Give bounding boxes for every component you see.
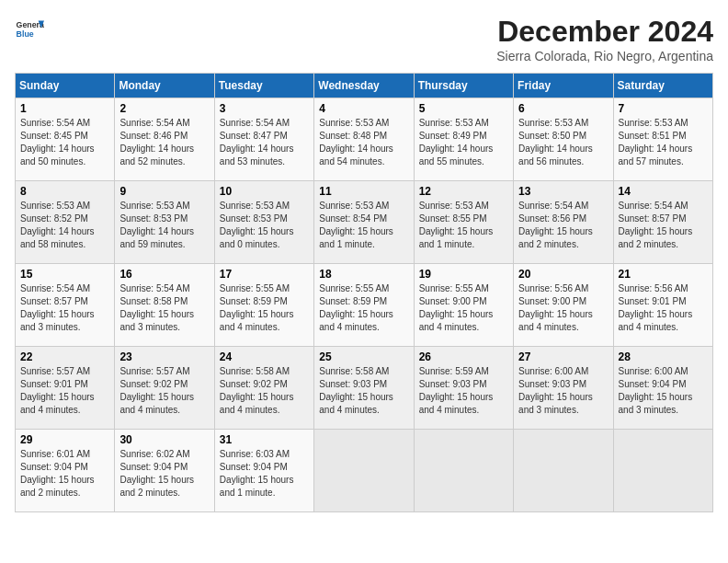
day-cell: 23Sunrise: 5:57 AM Sunset: 9:02 PM Dayli… (115, 347, 214, 430)
col-header-sunday: Sunday (16, 74, 115, 98)
day-cell: 18Sunrise: 5:55 AM Sunset: 8:59 PM Dayli… (314, 264, 414, 347)
day-cell: 29Sunrise: 6:01 AM Sunset: 9:04 PM Dayli… (16, 430, 115, 512)
day-cell: 17Sunrise: 5:55 AM Sunset: 8:59 PM Dayli… (214, 264, 313, 347)
calendar-header: SundayMondayTuesdayWednesdayThursdayFrid… (16, 74, 713, 98)
day-number: 13 (518, 185, 608, 198)
day-number: 19 (419, 268, 508, 281)
day-info: Sunrise: 5:53 AM Sunset: 8:53 PM Dayligh… (119, 200, 209, 251)
day-number: 26 (419, 350, 508, 363)
day-info: Sunrise: 5:59 AM Sunset: 9:03 PM Dayligh… (419, 365, 508, 417)
week-row-2: 8Sunrise: 5:53 AM Sunset: 8:52 PM Daylig… (16, 181, 713, 264)
day-info: Sunrise: 5:55 AM Sunset: 9:00 PM Dayligh… (419, 282, 508, 334)
day-info: Sunrise: 6:03 AM Sunset: 9:04 PM Dayligh… (220, 448, 309, 500)
day-number: 24 (220, 350, 309, 363)
day-number: 4 (319, 102, 408, 115)
day-info: Sunrise: 5:53 AM Sunset: 8:48 PM Dayligh… (319, 117, 408, 168)
header-row: SundayMondayTuesdayWednesdayThursdayFrid… (16, 74, 713, 98)
day-info: Sunrise: 5:54 AM Sunset: 8:46 PM Dayligh… (119, 117, 209, 168)
day-cell: 11Sunrise: 5:53 AM Sunset: 8:54 PM Dayli… (314, 181, 414, 264)
day-cell: 27Sunrise: 6:00 AM Sunset: 9:03 PM Dayli… (514, 347, 613, 430)
day-cell: 26Sunrise: 5:59 AM Sunset: 9:03 PM Dayli… (414, 347, 513, 430)
calendar-body: 1Sunrise: 5:54 AM Sunset: 8:45 PM Daylig… (16, 98, 713, 512)
day-cell: 19Sunrise: 5:55 AM Sunset: 9:00 PM Dayli… (414, 264, 513, 347)
day-number: 6 (518, 102, 608, 115)
day-number: 25 (319, 350, 408, 363)
day-cell: 4Sunrise: 5:53 AM Sunset: 8:48 PM Daylig… (314, 98, 414, 181)
day-info: Sunrise: 5:53 AM Sunset: 8:50 PM Dayligh… (518, 117, 608, 168)
calendar-title: December 2024 (496, 15, 713, 49)
day-cell: 7Sunrise: 5:53 AM Sunset: 8:51 PM Daylig… (613, 98, 712, 181)
day-info: Sunrise: 5:56 AM Sunset: 9:00 PM Dayligh… (518, 282, 608, 334)
day-info: Sunrise: 5:54 AM Sunset: 8:45 PM Dayligh… (20, 117, 109, 168)
day-number: 7 (619, 102, 708, 115)
day-info: Sunrise: 5:55 AM Sunset: 8:59 PM Dayligh… (220, 282, 309, 334)
logo: General Blue (15, 15, 44, 44)
day-number: 12 (419, 185, 508, 198)
day-info: Sunrise: 6:01 AM Sunset: 9:04 PM Dayligh… (20, 448, 109, 500)
day-number: 20 (518, 268, 608, 281)
col-header-saturday: Saturday (613, 74, 712, 98)
day-number: 31 (220, 433, 309, 446)
day-cell: 3Sunrise: 5:54 AM Sunset: 8:47 PM Daylig… (214, 98, 313, 181)
day-info: Sunrise: 5:53 AM Sunset: 8:52 PM Dayligh… (20, 200, 109, 251)
day-number: 23 (119, 350, 209, 363)
day-info: Sunrise: 5:53 AM Sunset: 8:54 PM Dayligh… (319, 200, 408, 251)
day-number: 27 (518, 350, 608, 363)
week-row-5: 29Sunrise: 6:01 AM Sunset: 9:04 PM Dayli… (16, 430, 713, 512)
day-info: Sunrise: 5:58 AM Sunset: 9:03 PM Dayligh… (319, 365, 408, 417)
day-info: Sunrise: 5:54 AM Sunset: 8:47 PM Dayligh… (220, 117, 309, 168)
day-cell: 12Sunrise: 5:53 AM Sunset: 8:55 PM Dayli… (414, 181, 513, 264)
day-cell: 10Sunrise: 5:53 AM Sunset: 8:53 PM Dayli… (214, 181, 313, 264)
day-cell: 15Sunrise: 5:54 AM Sunset: 8:57 PM Dayli… (16, 264, 115, 347)
page-header: General Blue December 2024 Sierra Colora… (15, 15, 713, 63)
col-header-tuesday: Tuesday (214, 74, 313, 98)
week-row-4: 22Sunrise: 5:57 AM Sunset: 9:01 PM Dayli… (16, 347, 713, 430)
day-number: 21 (619, 268, 708, 281)
day-cell: 28Sunrise: 6:00 AM Sunset: 9:04 PM Dayli… (613, 347, 712, 430)
day-info: Sunrise: 6:00 AM Sunset: 9:04 PM Dayligh… (619, 365, 708, 417)
day-cell (613, 430, 712, 512)
day-number: 29 (20, 433, 109, 446)
day-info: Sunrise: 5:54 AM Sunset: 8:58 PM Dayligh… (119, 282, 209, 334)
day-number: 1 (20, 102, 109, 115)
day-number: 30 (119, 433, 209, 446)
day-cell: 5Sunrise: 5:53 AM Sunset: 8:49 PM Daylig… (414, 98, 513, 181)
day-number: 17 (220, 268, 309, 281)
day-info: Sunrise: 6:02 AM Sunset: 9:04 PM Dayligh… (119, 448, 209, 500)
day-cell: 24Sunrise: 5:58 AM Sunset: 9:02 PM Dayli… (214, 347, 313, 430)
day-cell: 6Sunrise: 5:53 AM Sunset: 8:50 PM Daylig… (514, 98, 613, 181)
day-info: Sunrise: 5:58 AM Sunset: 9:02 PM Dayligh… (220, 365, 309, 417)
day-cell: 30Sunrise: 6:02 AM Sunset: 9:04 PM Dayli… (115, 430, 214, 512)
col-header-thursday: Thursday (414, 74, 513, 98)
day-number: 10 (220, 185, 309, 198)
day-number: 9 (119, 185, 209, 198)
day-info: Sunrise: 5:53 AM Sunset: 8:53 PM Dayligh… (220, 200, 309, 251)
logo-icon: General Blue (15, 15, 44, 44)
day-cell (514, 430, 613, 512)
day-cell: 9Sunrise: 5:53 AM Sunset: 8:53 PM Daylig… (115, 181, 214, 264)
day-cell: 31Sunrise: 6:03 AM Sunset: 9:04 PM Dayli… (214, 430, 313, 512)
day-cell: 20Sunrise: 5:56 AM Sunset: 9:00 PM Dayli… (514, 264, 613, 347)
col-header-friday: Friday (514, 74, 613, 98)
calendar-subtitle: Sierra Colorada, Rio Negro, Argentina (496, 49, 713, 63)
day-cell (414, 430, 513, 512)
day-cell: 16Sunrise: 5:54 AM Sunset: 8:58 PM Dayli… (115, 264, 214, 347)
day-info: Sunrise: 5:53 AM Sunset: 8:49 PM Dayligh… (419, 117, 508, 168)
col-header-monday: Monday (115, 74, 214, 98)
day-cell: 1Sunrise: 5:54 AM Sunset: 8:45 PM Daylig… (16, 98, 115, 181)
day-info: Sunrise: 5:54 AM Sunset: 8:57 PM Dayligh… (619, 200, 708, 251)
day-cell: 22Sunrise: 5:57 AM Sunset: 9:01 PM Dayli… (16, 347, 115, 430)
title-block: December 2024 Sierra Colorada, Rio Negro… (496, 15, 713, 63)
day-number: 8 (20, 185, 109, 198)
day-cell (314, 430, 414, 512)
day-number: 5 (419, 102, 508, 115)
day-info: Sunrise: 5:53 AM Sunset: 8:55 PM Dayligh… (419, 200, 508, 251)
week-row-1: 1Sunrise: 5:54 AM Sunset: 8:45 PM Daylig… (16, 98, 713, 181)
day-cell: 8Sunrise: 5:53 AM Sunset: 8:52 PM Daylig… (16, 181, 115, 264)
day-cell: 13Sunrise: 5:54 AM Sunset: 8:56 PM Dayli… (514, 181, 613, 264)
day-info: Sunrise: 5:54 AM Sunset: 8:57 PM Dayligh… (20, 282, 109, 334)
week-row-3: 15Sunrise: 5:54 AM Sunset: 8:57 PM Dayli… (16, 264, 713, 347)
day-number: 22 (20, 350, 109, 363)
day-info: Sunrise: 6:00 AM Sunset: 9:03 PM Dayligh… (518, 365, 608, 417)
day-info: Sunrise: 5:54 AM Sunset: 8:56 PM Dayligh… (518, 200, 608, 251)
